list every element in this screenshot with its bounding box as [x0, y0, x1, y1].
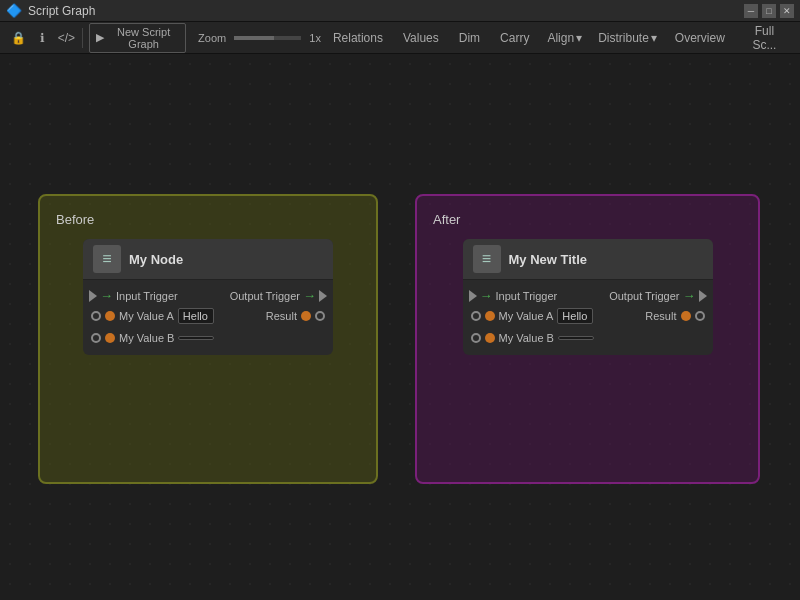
before-output-trigger-port: [319, 290, 327, 302]
before-value-a-orange-port: [105, 311, 115, 321]
before-input-arrow-icon: →: [100, 288, 113, 303]
fullscreen-button[interactable]: Full Sc...: [737, 22, 792, 54]
new-script-label: New Script Graph: [108, 26, 179, 50]
canvas[interactable]: Before ≡ My Node → Input Trigger Outpu: [0, 54, 800, 600]
after-result-out-port: [695, 311, 705, 321]
before-output-arrow-icon: →: [303, 288, 316, 303]
zoom-slider-fill: [234, 36, 274, 40]
after-value-a-port: [471, 311, 481, 321]
after-node-icon-symbol: ≡: [482, 250, 491, 268]
new-script-button[interactable]: ▶ New Script Graph: [89, 23, 186, 53]
before-trigger-row: → Input Trigger Output Trigger →: [83, 286, 333, 305]
align-dropdown[interactable]: Align ▾: [541, 29, 588, 47]
align-label: Align: [547, 31, 574, 45]
after-result-port: [681, 311, 691, 321]
before-value-a-row: My Value A Hello Result: [83, 305, 333, 327]
before-value-a-port: [91, 311, 101, 321]
before-input-trigger-left: → Input Trigger: [89, 288, 178, 303]
before-value-a-left: My Value A Hello: [91, 308, 214, 324]
before-value-a-label: My Value A: [119, 310, 174, 322]
maximize-button[interactable]: □: [762, 4, 776, 18]
before-node-header: ≡ My Node: [83, 239, 333, 280]
close-button[interactable]: ✕: [780, 4, 794, 18]
app-title: Script Graph: [28, 4, 95, 18]
window-controls: ─ □ ✕: [744, 4, 794, 18]
toolbar-separator-1: [82, 28, 83, 48]
after-value-b-orange-port: [485, 333, 495, 343]
before-value-b-left: My Value B: [91, 332, 214, 344]
align-chevron-icon: ▾: [576, 31, 582, 45]
after-input-arrow-icon: →: [480, 288, 493, 303]
after-input-trigger-port: [469, 290, 477, 302]
after-output-trigger-port: [699, 290, 707, 302]
distribute-chevron-icon: ▾: [651, 31, 657, 45]
after-value-a-row: My Value A Hello Result: [463, 305, 713, 327]
after-node: ≡ My New Title → Input Trigger Output Tr…: [463, 239, 713, 355]
before-output-trigger-right: Output Trigger →: [230, 288, 327, 303]
before-output-trigger-label: Output Trigger: [230, 290, 300, 302]
after-node-icon: ≡: [473, 245, 501, 273]
app-icon: 🔷: [6, 3, 22, 18]
after-result-right: Result: [645, 310, 704, 322]
after-output-trigger-label: Output Trigger: [609, 290, 679, 302]
before-result-out-port: [315, 311, 325, 321]
before-input-trigger-label: Input Trigger: [116, 290, 178, 302]
node-icon-symbol: ≡: [102, 250, 111, 268]
after-output-trigger-right: Output Trigger →: [609, 288, 706, 303]
after-output-arrow-icon: →: [683, 288, 696, 303]
before-value-b-label: My Value B: [119, 332, 174, 344]
after-node-header: ≡ My New Title: [463, 239, 713, 280]
after-input-trigger-label: Input Trigger: [496, 290, 558, 302]
after-value-b-left: My Value B: [471, 332, 594, 344]
before-label: Before: [56, 212, 360, 227]
carry-button[interactable]: Carry: [492, 29, 537, 47]
info-button[interactable]: ℹ: [32, 26, 52, 50]
overview-button[interactable]: Overview: [667, 29, 733, 47]
before-value-a-value: Hello: [178, 308, 214, 324]
before-node-icon: ≡: [93, 245, 121, 273]
dim-button[interactable]: Dim: [451, 29, 488, 47]
before-result-right: Result: [266, 310, 325, 322]
relations-button[interactable]: Relations: [325, 29, 391, 47]
distribute-dropdown[interactable]: Distribute ▾: [592, 29, 663, 47]
before-input-trigger-port: [89, 290, 97, 302]
zoom-slider[interactable]: [234, 36, 301, 40]
toolbar: 🔒 ℹ </> ▶ New Script Graph Zoom 1x Relat…: [0, 22, 800, 54]
after-value-b-port: [471, 333, 481, 343]
after-input-trigger-left: → Input Trigger: [469, 288, 558, 303]
after-value-a-orange-port: [485, 311, 495, 321]
before-container: Before ≡ My Node → Input Trigger Outpu: [38, 194, 378, 484]
code-button[interactable]: </>: [56, 26, 76, 50]
after-value-a-value: Hello: [557, 308, 593, 324]
before-result-port: [301, 311, 311, 321]
before-value-b-row: My Value B: [83, 327, 333, 349]
before-value-b-port: [91, 333, 101, 343]
after-label: After: [433, 212, 742, 227]
title-bar: 🔷 Script Graph ─ □ ✕: [0, 0, 800, 22]
before-value-b-value: [178, 336, 214, 340]
values-button[interactable]: Values: [395, 29, 447, 47]
new-script-icon: ▶: [96, 31, 104, 44]
after-value-b-label: My Value B: [499, 332, 554, 344]
zoom-value: 1x: [309, 32, 321, 44]
after-value-a-label: My Value A: [499, 310, 554, 322]
before-result-label: Result: [266, 310, 297, 322]
zoom-label: Zoom: [198, 32, 226, 44]
distribute-label: Distribute: [598, 31, 649, 45]
before-node: ≡ My Node → Input Trigger Output Trigger…: [83, 239, 333, 355]
before-node-title: My Node: [129, 252, 183, 267]
after-value-b-row: My Value B: [463, 327, 713, 349]
lock-button[interactable]: 🔒: [8, 26, 28, 50]
after-value-a-left: My Value A Hello: [471, 308, 594, 324]
minimize-button[interactable]: ─: [744, 4, 758, 18]
after-node-body: → Input Trigger Output Trigger → My Valu…: [463, 280, 713, 355]
after-trigger-row: → Input Trigger Output Trigger →: [463, 286, 713, 305]
after-node-title: My New Title: [509, 252, 588, 267]
after-result-label: Result: [645, 310, 676, 322]
before-value-b-orange-port: [105, 333, 115, 343]
after-value-b-value: [558, 336, 594, 340]
after-container: After ≡ My New Title → Input Trigger O: [415, 194, 760, 484]
before-node-body: → Input Trigger Output Trigger → My Valu…: [83, 280, 333, 355]
